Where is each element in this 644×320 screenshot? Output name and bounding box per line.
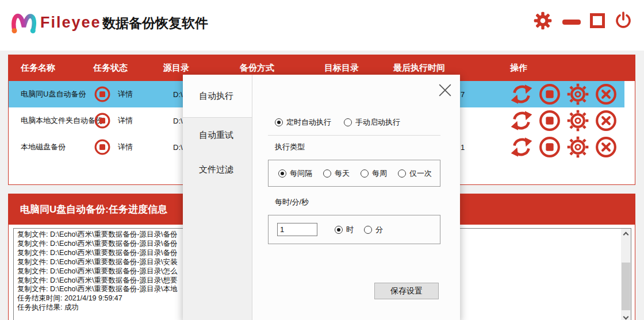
detail-link[interactable]: 详情 bbox=[118, 115, 133, 126]
maximize-icon[interactable] bbox=[590, 13, 605, 28]
save-settings-button[interactable]: 保存设置 bbox=[374, 283, 439, 299]
radio-icon[interactable] bbox=[335, 226, 343, 234]
radio-unit-minute[interactable]: 分 bbox=[364, 225, 383, 235]
radio-label: 每周 bbox=[372, 168, 387, 179]
radio-every-day[interactable]: 每天 bbox=[323, 168, 350, 179]
gear-icon[interactable] bbox=[566, 83, 589, 106]
radio-unit-hour[interactable]: 时 bbox=[335, 225, 354, 235]
col-source-dir: 源目录 bbox=[151, 63, 228, 74]
radio-icon[interactable] bbox=[278, 169, 286, 178]
dialog-content: 定时自动执行 手动启动执行 执行类型 每间隔 每天 bbox=[252, 75, 460, 320]
stop-icon[interactable] bbox=[538, 136, 561, 159]
radio-label: 分 bbox=[375, 225, 383, 235]
radio-icon[interactable] bbox=[364, 226, 372, 234]
col-target-dir: 目标目录 bbox=[312, 63, 381, 74]
tab-auto-retry[interactable]: 自动重试 bbox=[183, 118, 252, 152]
detail-link[interactable]: 详情 bbox=[118, 89, 133, 99]
brand-name: Fileyee bbox=[40, 14, 101, 32]
dialog-tabs: 自动执行 自动重试 文件过滤 bbox=[183, 75, 252, 320]
gear-icon[interactable] bbox=[566, 109, 589, 132]
minimize-icon[interactable] bbox=[562, 20, 581, 25]
exec-type-groupbox: 每间隔 每天 每周 仅一次 bbox=[268, 160, 440, 187]
stop-icon[interactable] bbox=[94, 86, 111, 103]
task-name: 本地磁盘备份 bbox=[9, 142, 81, 152]
radio-label: 仅一次 bbox=[409, 168, 432, 179]
power-icon[interactable] bbox=[614, 11, 632, 30]
last-exec-time-fragment: 1 bbox=[461, 134, 465, 160]
fileyee-logo-icon bbox=[9, 9, 37, 37]
radio-label: 时 bbox=[346, 225, 354, 235]
radio-icon[interactable] bbox=[398, 169, 406, 178]
log-scrollbar[interactable] bbox=[621, 229, 631, 320]
radio-label: 手动启动执行 bbox=[355, 117, 400, 128]
sync-icon[interactable] bbox=[510, 136, 533, 159]
radio-every-interval[interactable]: 每间隔 bbox=[278, 168, 312, 179]
stop-icon[interactable] bbox=[94, 112, 111, 129]
scroll-down-icon[interactable] bbox=[621, 313, 631, 320]
radio-label: 每天 bbox=[335, 168, 350, 179]
task-name: 电脑本地文件夹自动备份 bbox=[9, 115, 81, 126]
interval-value-input[interactable] bbox=[277, 223, 317, 236]
sync-icon[interactable] bbox=[510, 83, 533, 106]
app-window: Fileyee 数据备份恢复软件 任务名称 任务状态 源目录 备份方式 目标目录… bbox=[0, 0, 644, 320]
radio-icon[interactable] bbox=[344, 118, 352, 126]
col-backup-mode: 备份方式 bbox=[228, 63, 312, 74]
radio-timed-auto-execute[interactable]: 定时自动执行 bbox=[275, 117, 331, 128]
col-last-exec-time: 最后执行时间 bbox=[381, 63, 498, 74]
scrollbar-thumb[interactable] bbox=[622, 263, 630, 310]
radio-every-week[interactable]: 每周 bbox=[361, 168, 387, 179]
divider bbox=[268, 135, 440, 136]
interval-label: 每时/分/秒 bbox=[275, 197, 309, 207]
close-circle-icon[interactable] bbox=[595, 83, 618, 106]
radio-icon[interactable] bbox=[275, 118, 283, 126]
radio-only-once[interactable]: 仅一次 bbox=[398, 168, 432, 179]
titlebar: Fileyee 数据备份恢复软件 bbox=[0, 0, 644, 51]
close-circle-icon[interactable] bbox=[595, 136, 618, 159]
radio-manual-start[interactable]: 手动启动执行 bbox=[344, 117, 400, 128]
close-circle-icon[interactable] bbox=[595, 109, 618, 132]
stop-icon[interactable] bbox=[94, 138, 111, 156]
scroll-up-icon[interactable] bbox=[621, 229, 631, 238]
radio-label: 每间隔 bbox=[290, 168, 312, 179]
sync-icon[interactable] bbox=[510, 109, 533, 132]
app-title: 数据备份恢复软件 bbox=[102, 14, 208, 32]
radio-label: 定时自动执行 bbox=[286, 117, 331, 128]
stop-icon[interactable] bbox=[538, 109, 561, 132]
tab-file-filter[interactable]: 文件过滤 bbox=[183, 152, 252, 187]
exec-type-label: 执行类型 bbox=[275, 142, 305, 152]
last-exec-time-fragment: 7 bbox=[461, 81, 465, 107]
radio-icon[interactable] bbox=[361, 169, 369, 178]
detail-link[interactable]: 详情 bbox=[118, 142, 133, 152]
task-settings-dialog: 自动执行 自动重试 文件过滤 定时自动执行 手动启动执行 执行类型 bbox=[183, 75, 460, 320]
radio-icon[interactable] bbox=[323, 169, 331, 178]
close-icon[interactable] bbox=[438, 83, 452, 97]
interval-groupbox: 时 分 bbox=[268, 215, 440, 244]
col-task-status: 任务状态 bbox=[81, 63, 151, 74]
gear-icon[interactable] bbox=[534, 11, 552, 30]
col-actions: 操作 bbox=[498, 63, 635, 74]
stop-icon[interactable] bbox=[538, 83, 561, 106]
execute-mode-options: 定时自动执行 手动启动执行 bbox=[275, 117, 400, 128]
tab-auto-execute[interactable]: 自动执行 bbox=[183, 75, 252, 118]
task-name: 电脑同U盘自动备份 bbox=[9, 89, 81, 99]
col-task-name: 任务名称 bbox=[9, 63, 81, 74]
gear-icon[interactable] bbox=[566, 136, 589, 159]
